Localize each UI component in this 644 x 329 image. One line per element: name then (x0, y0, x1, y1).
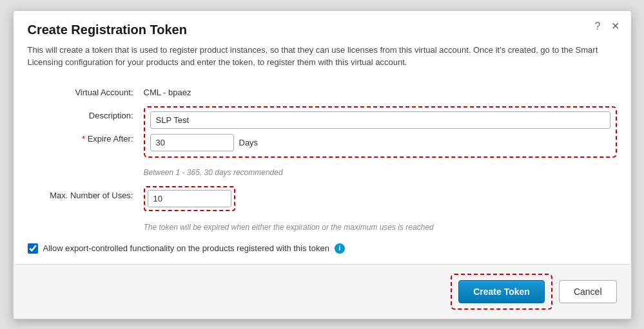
create-token-dashed-box: Create Token (451, 274, 552, 310)
max-uses-row: Max. Number of Uses: (28, 186, 617, 211)
dialog-header: Create Registration Token This will crea… (14, 11, 631, 78)
virtual-account-row: Virtual Account: CML - bpaez (28, 83, 617, 97)
help-button[interactable]: ? (594, 20, 602, 33)
expire-after-input[interactable] (150, 134, 234, 151)
description-expire-row: Description: Expire After: Days (28, 106, 617, 158)
max-uses-label: Max. Number of Uses: (28, 186, 144, 200)
dialog-body: Virtual Account: CML - bpaez Description… (14, 78, 631, 264)
dialog-close-area: ? ✕ (594, 20, 621, 33)
virtual-account-label: Virtual Account: (28, 83, 144, 97)
dialog-description: This will create a token that is used to… (28, 44, 617, 69)
dialog-footer: Create Token Cancel (14, 264, 631, 319)
checkbox-row: Allow export-controlled functionality on… (28, 237, 617, 254)
description-expire-dashed-box: Days (144, 106, 617, 158)
create-registration-token-dialog: Create Registration Token This will crea… (13, 10, 632, 319)
max-uses-input[interactable] (148, 190, 231, 207)
checkbox-label: Allow export-controlled functionality on… (43, 243, 329, 253)
export-controlled-checkbox[interactable] (28, 243, 38, 254)
days-label: Days (239, 138, 259, 147)
note-row: The token will be expired when either th… (28, 220, 617, 232)
description-label: Description: (28, 106, 144, 120)
description-input[interactable] (150, 111, 610, 129)
create-token-button[interactable]: Create Token (458, 280, 545, 303)
max-uses-dashed-box (144, 186, 235, 211)
close-button[interactable]: ✕ (610, 20, 621, 33)
expire-block: Days (150, 134, 610, 151)
info-icon[interactable]: i (335, 243, 345, 254)
hint-text: Between 1 - 365, 30 days recommended (144, 168, 283, 177)
cancel-button[interactable]: Cancel (559, 280, 617, 303)
dialog-title: Create Registration Token (28, 23, 617, 37)
description-block (150, 111, 610, 129)
note-text: The token will be expired when either th… (144, 223, 434, 232)
expire-after-label: Expire After: (28, 129, 144, 144)
hint-row: Between 1 - 365, 30 days recommended (28, 167, 617, 180)
max-uses-dashed-wrapper (144, 186, 235, 211)
virtual-account-value: CML - bpaez (144, 83, 617, 97)
